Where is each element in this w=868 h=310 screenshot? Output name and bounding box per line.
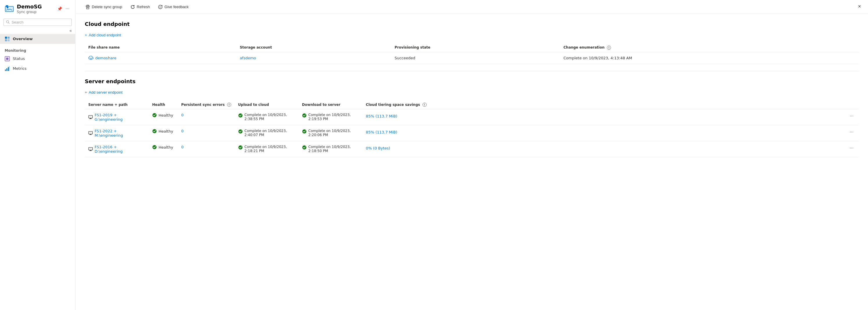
col-download: Download to server <box>299 100 363 109</box>
download-check-icon <box>302 113 307 118</box>
overview-label: Overview <box>13 37 33 41</box>
svg-point-11 <box>6 58 8 60</box>
sync-errors-info-icon[interactable]: i <box>227 103 231 107</box>
sync-errors-value[interactable]: 0 <box>181 113 184 117</box>
search-box[interactable] <box>3 19 72 26</box>
svg-point-28 <box>152 129 157 133</box>
health-badge: Healthy <box>152 145 174 149</box>
add-cloud-endpoint-button[interactable]: + Add cloud endpoint <box>85 32 121 38</box>
svg-rect-0 <box>5 6 13 11</box>
server-path-link[interactable]: FS1-2022 + M:\engineering <box>88 129 145 138</box>
pin-icon[interactable]: 📌 <box>56 6 63 11</box>
monitoring-section-label: Monitoring <box>0 44 75 54</box>
sync-errors-value[interactable]: 0 <box>181 129 184 133</box>
row-more-button[interactable]: ··· <box>848 129 855 135</box>
server-endpoints-section: Server endpoints + Add server endpoint S… <box>85 78 859 158</box>
col-sync-errors: Persistent sync errors i <box>178 100 235 109</box>
tiering-value[interactable]: 0% (0 Bytes) <box>366 146 390 150</box>
server-icon <box>88 115 93 119</box>
sidebar: DemoSG Sync group 📌 ··· « Overview Mon <box>0 0 75 310</box>
refresh-button[interactable]: Refresh <box>127 3 153 10</box>
change-enum-info-icon[interactable]: i <box>607 46 611 50</box>
health-check-icon <box>152 129 157 134</box>
col-storage-account: Storage account <box>237 43 391 52</box>
row-more-button[interactable]: ··· <box>848 145 855 151</box>
svg-rect-15 <box>9 66 9 71</box>
upload-check-icon <box>238 129 243 134</box>
app-title: DemoSG <box>17 3 42 10</box>
server-path-link[interactable]: FS1-2019 + G:\engineering <box>88 113 145 121</box>
server-path-link[interactable]: FS1-2016 + D:\engineering <box>88 145 145 153</box>
storage-account-link[interactable]: afsdemo <box>240 56 388 60</box>
server-endpoints-title: Server endpoints <box>85 78 859 84</box>
server-endpoints-table: Server name + path Health Persistent syn… <box>85 100 859 158</box>
feedback-button[interactable]: Give feedback <box>155 3 191 10</box>
sidebar-item-status[interactable]: Status <box>0 54 75 64</box>
toolbar: Delete sync group Refresh Give feedback <box>75 0 868 14</box>
svg-rect-22 <box>89 116 92 117</box>
svg-point-17 <box>159 5 162 9</box>
svg-point-29 <box>239 130 243 134</box>
refresh-icon <box>130 5 135 9</box>
svg-point-19 <box>161 6 161 7</box>
svg-point-24 <box>239 113 243 117</box>
collapse-button[interactable]: « <box>67 27 74 34</box>
sidebar-nav: Overview Monitoring Status Metrics <box>0 34 75 74</box>
search-input[interactable] <box>11 20 69 24</box>
file-share-link[interactable]: demoshare <box>88 56 233 60</box>
col-provisioning-state: Provisioning state <box>391 43 560 52</box>
main-content: × Delete sync group Refresh <box>75 0 868 310</box>
more-icon[interactable]: ··· <box>64 6 70 11</box>
tiering-info-icon[interactable]: i <box>423 103 427 107</box>
health-badge: Healthy <box>152 129 174 134</box>
status-icon <box>5 56 10 61</box>
col-upload: Upload to cloud <box>235 100 299 109</box>
row-more-button[interactable]: ··· <box>848 113 855 119</box>
svg-rect-32 <box>89 148 92 149</box>
server-endpoint-row: FS1-2019 + G:\engineering Healthy 0 <box>85 109 859 125</box>
tiering-value[interactable]: 85% (113.7 MiB) <box>366 114 397 118</box>
server-endpoint-row: FS1-2016 + D:\engineering Healthy 0 <box>85 141 859 157</box>
app-subtitle: Sync group <box>17 10 42 14</box>
delete-sync-group-button[interactable]: Delete sync group <box>83 3 125 10</box>
svg-point-25 <box>302 113 306 117</box>
app-title-group: DemoSG Sync group <box>17 3 42 14</box>
demoshare-link-text: demoshare <box>95 56 117 60</box>
svg-rect-27 <box>89 132 92 134</box>
sidebar-header: DemoSG Sync group 📌 ··· <box>0 0 75 16</box>
app-icon <box>5 4 14 13</box>
header-actions: 📌 ··· <box>56 6 70 11</box>
metrics-label: Metrics <box>13 66 26 71</box>
close-button[interactable]: × <box>858 3 861 9</box>
upload-text: Complete on 10/9/2023, 2:40:07 PM <box>245 129 295 137</box>
add-server-label: Add server endpoint <box>89 90 123 94</box>
change-enumeration-value: Complete on 10/9/2023, 4:13:48 AM <box>560 52 859 64</box>
svg-point-34 <box>239 145 243 149</box>
delete-icon <box>85 5 90 9</box>
sidebar-item-metrics[interactable]: Metrics <box>0 64 75 74</box>
health-check-icon <box>152 113 157 117</box>
server-endpoint-row: FS1-2022 + M:\engineering Healthy 0 <box>85 125 859 141</box>
add-server-endpoint-button[interactable]: + Add server endpoint <box>85 89 123 96</box>
col-health: Health <box>149 100 178 109</box>
col-server-path: Server name + path <box>85 100 149 109</box>
server-icon <box>88 147 93 151</box>
cloud-endpoint-section: Cloud endpoint + Add cloud endpoint File… <box>85 21 859 64</box>
svg-point-18 <box>159 6 160 7</box>
svg-rect-12 <box>5 69 6 71</box>
svg-point-30 <box>302 130 306 134</box>
tiering-value[interactable]: 85% (113.7 MiB) <box>366 130 397 134</box>
add-cloud-label: Add cloud endpoint <box>89 33 121 37</box>
sidebar-item-overview[interactable]: Overview <box>0 34 75 44</box>
upload-text: Complete on 10/9/2023, 2:18:21 PM <box>245 145 295 153</box>
download-check-icon <box>302 129 307 134</box>
sync-errors-value[interactable]: 0 <box>181 145 184 149</box>
download-check-icon <box>302 145 307 150</box>
svg-rect-7 <box>5 39 7 41</box>
cloud-endpoint-table: File share name Storage account Provisio… <box>85 43 859 64</box>
svg-rect-8 <box>7 39 9 41</box>
download-text: Complete on 10/9/2023, 2:19:53 PM <box>308 113 359 121</box>
overview-icon <box>5 36 10 41</box>
svg-rect-5 <box>5 37 7 39</box>
section-divider <box>85 71 859 71</box>
